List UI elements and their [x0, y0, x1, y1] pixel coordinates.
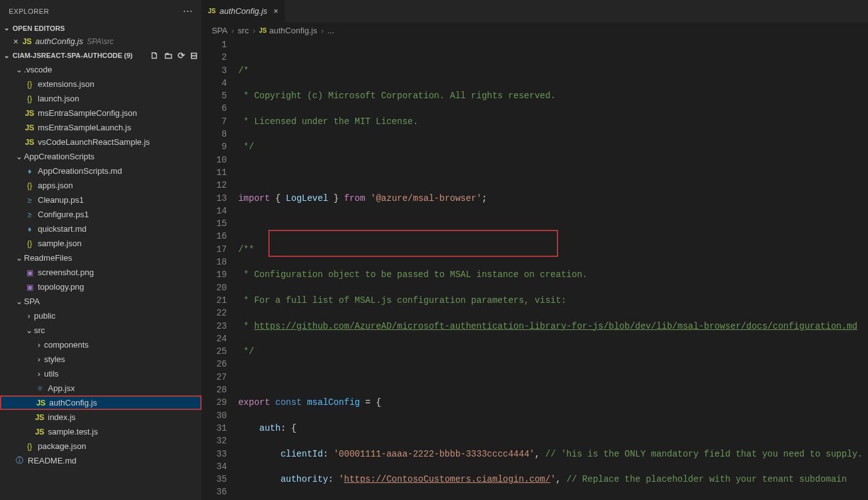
crumb-spa[interactable]: SPA: [212, 26, 227, 35]
chevron-down-icon: ⌄: [14, 65, 24, 74]
js-icon: JS: [24, 123, 35, 132]
image-icon: ▣: [24, 268, 35, 277]
json-icon: {}: [24, 442, 35, 451]
file-topology[interactable]: ▣topology.png: [0, 280, 202, 294]
folder-label: ReadmeFiles: [24, 253, 72, 263]
file-quickstart[interactable]: ♦quickstart.md: [0, 222, 202, 236]
tab-label: authConfig.js: [219, 6, 267, 16]
chevron-down-icon: ⌄: [14, 297, 24, 306]
more-actions-icon[interactable]: ⋯: [183, 5, 193, 17]
explorer-title: EXPLORER: [9, 8, 49, 15]
js-icon: JS: [259, 27, 266, 34]
folder-spa[interactable]: ⌄SPA: [0, 294, 202, 309]
file-label: sample.test.js: [48, 427, 98, 436]
file-appcreation-md[interactable]: ♦AppCreationScripts.md: [0, 164, 202, 178]
folder-components[interactable]: ›components: [0, 338, 202, 352]
js-icon: JS: [34, 428, 45, 436]
collapse-icon[interactable]: ⊟: [190, 50, 198, 60]
folder-label: .vscode: [24, 65, 52, 74]
file-path: SPA\src: [87, 37, 113, 46]
file-launch[interactable]: {}launch.json: [0, 91, 202, 106]
new-folder-icon[interactable]: 🗀: [164, 50, 173, 60]
file-cleanup[interactable]: ≥Cleanup.ps1: [0, 193, 202, 207]
file-label: extensions.json: [38, 79, 94, 89]
file-label: package.json: [38, 441, 86, 451]
folder-label: AppCreationScripts: [24, 152, 94, 161]
js-icon: JS: [24, 109, 35, 118]
file-label: topology.png: [38, 282, 84, 292]
breadcrumb[interactable]: SPA › src › JS authConfig.js › ...: [202, 22, 868, 38]
js-icon: JS: [21, 37, 33, 46]
folder-label: styles: [44, 355, 65, 364]
md-icon: ♦: [24, 225, 35, 234]
image-icon: ▣: [24, 283, 35, 292]
folder-styles[interactable]: ›styles: [0, 352, 202, 366]
folder-public[interactable]: ›public: [0, 309, 202, 323]
crumb-src[interactable]: src: [238, 26, 249, 35]
tab-authconfig[interactable]: JS authConfig.js ×: [202, 0, 285, 22]
file-readme[interactable]: ⓘREADME.md: [0, 453, 202, 468]
js-icon: JS: [35, 399, 47, 407]
file-authconfig[interactable]: JSauthConfig.js: [0, 395, 202, 410]
folder-readmefiles[interactable]: ⌄ReadmeFiles: [0, 251, 202, 265]
folder-src[interactable]: ⌄src: [0, 323, 202, 338]
file-sample-json[interactable]: {}sample.json: [0, 236, 202, 251]
file-extensions[interactable]: {}extensions.json: [0, 77, 202, 91]
file-apps-json[interactable]: {}apps.json: [0, 178, 202, 193]
folder-utils[interactable]: ›utils: [0, 366, 202, 381]
json-icon: {}: [24, 239, 35, 248]
close-icon[interactable]: ×: [273, 6, 278, 16]
file-label: apps.json: [38, 181, 73, 190]
file-index[interactable]: JSindex.js: [0, 410, 202, 424]
md-icon: ♦: [24, 167, 35, 176]
file-label: msEntraSampleConfig.json: [38, 108, 137, 118]
explorer-header: EXPLORER ⋯: [0, 0, 202, 22]
tab-bar: JS authConfig.js ×: [202, 0, 868, 22]
file-msentra-launch[interactable]: JSmsEntraSampleLaunch.js: [0, 120, 202, 135]
new-file-icon[interactable]: 🗋: [150, 50, 159, 60]
chevron-down-icon: ⌄: [14, 152, 24, 161]
file-label: sample.json: [38, 239, 81, 248]
project-label: CIAM-JSREACT-SPA-AUTHCODE (9): [13, 52, 132, 59]
file-appjsx[interactable]: ⚛App.jsx: [0, 381, 202, 395]
file-label: Cleanup.ps1: [38, 195, 84, 205]
folder-appcreation[interactable]: ⌄AppCreationScripts: [0, 149, 202, 164]
file-vscode-launch[interactable]: JSvsCodeLaunchReactSample.js: [0, 135, 202, 149]
powershell-icon: ≥: [24, 196, 35, 205]
folder-label: components: [44, 340, 89, 349]
code-content[interactable]: /* * Copyright (c) Microsoft Corporation…: [238, 38, 868, 500]
chevron-right-icon: ›: [34, 369, 44, 378]
chevron-down-icon: ⌄: [4, 24, 13, 32]
folder-label: src: [34, 326, 45, 335]
file-label: README.md: [28, 456, 76, 465]
code-editor[interactable]: 1234567891011121314151617181920212223242…: [202, 38, 868, 500]
refresh-icon[interactable]: ⟳: [178, 50, 185, 60]
file-label: screenshot.png: [38, 268, 94, 277]
folder-vscode[interactable]: ⌄.vscode: [0, 62, 202, 77]
open-editor-item[interactable]: × JS authConfig.js SPA\src: [0, 34, 202, 48]
folder-label: public: [34, 311, 55, 321]
project-actions: 🗋 🗀 ⟳ ⊟: [150, 50, 198, 60]
project-header[interactable]: ⌄ CIAM-JSREACT-SPA-AUTHCODE (9) 🗋 🗀 ⟳ ⊟: [0, 48, 202, 62]
file-configure[interactable]: ≥Configure.ps1: [0, 207, 202, 222]
file-label: index.js: [48, 412, 76, 422]
file-label: App.jsx: [48, 384, 75, 393]
file-name: authConfig.js: [35, 37, 83, 46]
file-label: Configure.ps1: [38, 210, 89, 219]
chevron-right-icon: ›: [231, 26, 234, 35]
chevron-right-icon: ›: [321, 26, 323, 35]
crumb-more[interactable]: ...: [328, 26, 334, 35]
file-msentra-config[interactable]: JSmsEntraSampleConfig.json: [0, 106, 202, 120]
file-label: quickstart.md: [38, 224, 86, 234]
folder-label: utils: [44, 369, 59, 378]
chevron-right-icon: ›: [34, 355, 44, 364]
js-icon: JS: [208, 8, 215, 14]
editor-area: JS authConfig.js × SPA › src › JS authCo…: [202, 0, 868, 500]
file-label: authConfig.js: [49, 398, 97, 407]
open-editors-header[interactable]: ⌄ OPEN EDITORS: [0, 22, 202, 34]
crumb-file[interactable]: authConfig.js: [270, 26, 317, 35]
file-sample-test[interactable]: JSsample.test.js: [0, 424, 202, 439]
file-package[interactable]: {}package.json: [0, 439, 202, 453]
close-icon[interactable]: ×: [10, 37, 21, 47]
file-screenshot[interactable]: ▣screenshot.png: [0, 265, 202, 280]
